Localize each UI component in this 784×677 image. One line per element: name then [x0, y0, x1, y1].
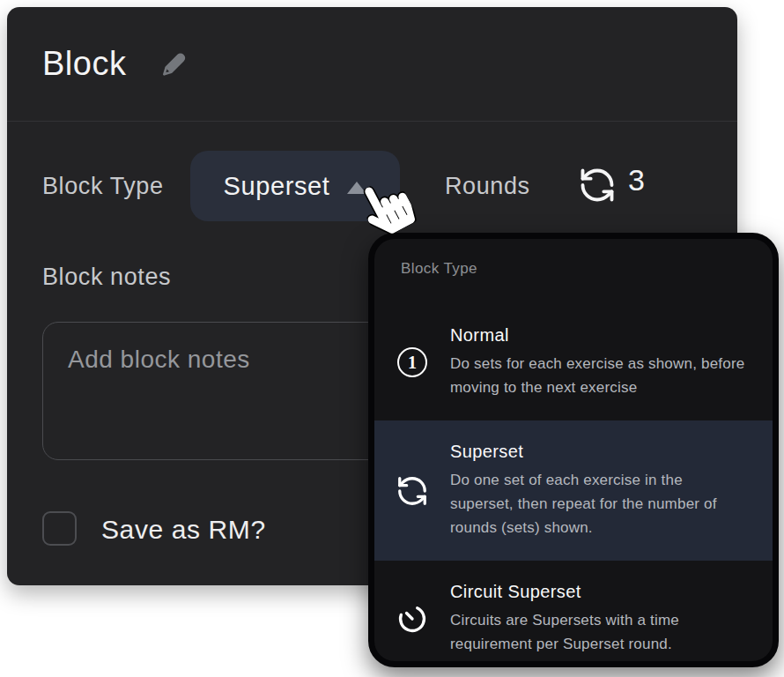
page-title: Block [42, 45, 126, 83]
rounds-label: Rounds [445, 173, 530, 200]
cycle-icon [374, 474, 450, 508]
menu-option-normal[interactable]: 1 Normal Do sets for each exercise as sh… [374, 304, 773, 420]
option-title: Superset [450, 442, 750, 462]
option-title: Normal [450, 325, 750, 346]
timer-icon [374, 602, 450, 636]
menu-option-superset[interactable]: Superset Do one set of each exercise in … [374, 420, 773, 561]
cycle-icon [578, 166, 617, 205]
option-title: Circuit Superset [450, 582, 750, 602]
save-rm-checkbox[interactable] [42, 511, 77, 546]
option-description: Do one set of each exercise in the super… [450, 468, 750, 539]
menu-option-circuit-superset[interactable]: Circuit Superset Circuits are Supersets … [374, 561, 773, 667]
menu-header: Block Type [401, 260, 746, 278]
menu-options: 1 Normal Do sets for each exercise as sh… [374, 304, 773, 667]
option-description: Circuits are Supersets with a time requi… [450, 608, 750, 656]
panel-header: Block [7, 7, 737, 122]
option-description: Do sets for each exercise as shown, befo… [450, 352, 750, 399]
block-notes-label: Block notes [42, 264, 171, 291]
circled-one-icon: 1 [374, 347, 450, 377]
block-type-selected-value: Superset [224, 172, 330, 201]
block-type-label: Block Type [42, 173, 164, 200]
rounds-value[interactable]: 3 [628, 163, 645, 197]
pencil-icon[interactable] [156, 47, 191, 82]
save-rm-label: Save as RM? [101, 515, 266, 545]
screenshot-root: Block Block Type Superset Rounds 3 B [0, 0, 784, 677]
block-type-menu: Block Type 1 Normal Do sets for each exe… [368, 233, 779, 667]
